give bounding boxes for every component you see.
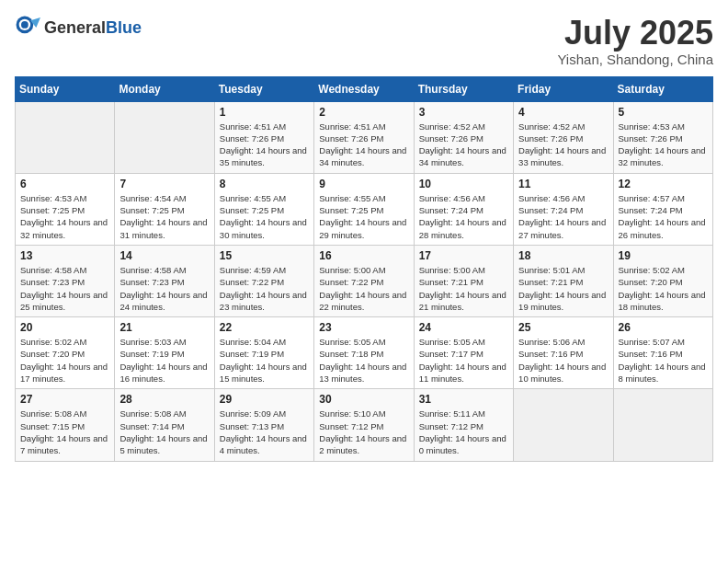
calendar-cell: 5Sunrise: 4:53 AMSunset: 7:26 PMDaylight… xyxy=(613,101,712,173)
day-detail: Sunrise: 4:52 AMSunset: 7:26 PMDaylight:… xyxy=(419,121,508,169)
day-detail: Sunrise: 5:04 AMSunset: 7:19 PMDaylight:… xyxy=(220,336,309,385)
calendar-cell: 2Sunrise: 4:51 AMSunset: 7:26 PMDaylight… xyxy=(314,101,414,173)
weekday-header: Saturday xyxy=(613,76,712,101)
weekday-header: Tuesday xyxy=(214,76,313,101)
calendar-cell: 21Sunrise: 5:03 AMSunset: 7:19 PMDayligh… xyxy=(115,317,214,389)
day-detail: Sunrise: 5:06 AMSunset: 7:16 PMDaylight:… xyxy=(518,336,608,385)
day-detail: Sunrise: 5:03 AMSunset: 7:19 PMDaylight:… xyxy=(119,336,209,385)
day-detail: Sunrise: 4:56 AMSunset: 7:24 PMDaylight:… xyxy=(419,192,508,241)
day-number: 20 xyxy=(20,321,109,334)
weekday-header: Friday xyxy=(514,76,613,101)
calendar-cell: 29Sunrise: 5:09 AMSunset: 7:13 PMDayligh… xyxy=(214,389,313,461)
day-number: 22 xyxy=(220,321,309,334)
day-detail: Sunrise: 5:02 AMSunset: 7:20 PMDaylight:… xyxy=(20,336,109,385)
calendar-week-row: 6Sunrise: 4:53 AMSunset: 7:25 PMDaylight… xyxy=(16,173,713,245)
calendar-cell xyxy=(16,101,115,173)
calendar-cell: 8Sunrise: 4:55 AMSunset: 7:25 PMDaylight… xyxy=(214,173,313,245)
calendar-week-row: 27Sunrise: 5:08 AMSunset: 7:15 PMDayligh… xyxy=(16,389,713,461)
day-number: 11 xyxy=(518,178,608,190)
day-detail: Sunrise: 4:55 AMSunset: 7:25 PMDaylight:… xyxy=(319,192,408,241)
calendar-cell: 22Sunrise: 5:04 AMSunset: 7:19 PMDayligh… xyxy=(214,317,313,389)
day-detail: Sunrise: 4:51 AMSunset: 7:26 PMDaylight:… xyxy=(319,121,408,169)
calendar-header: SundayMondayTuesdayWednesdayThursdayFrid… xyxy=(16,76,713,101)
calendar-cell xyxy=(613,389,712,461)
day-detail: Sunrise: 4:53 AMSunset: 7:26 PMDaylight:… xyxy=(619,121,708,169)
day-number: 27 xyxy=(20,393,109,406)
day-detail: Sunrise: 4:58 AMSunset: 7:23 PMDaylight:… xyxy=(20,264,109,313)
day-number: 7 xyxy=(119,178,209,190)
day-detail: Sunrise: 4:59 AMSunset: 7:22 PMDaylight:… xyxy=(220,264,309,313)
calendar-cell: 30Sunrise: 5:10 AMSunset: 7:12 PMDayligh… xyxy=(314,389,414,461)
day-number: 14 xyxy=(119,249,209,262)
calendar-cell: 13Sunrise: 4:58 AMSunset: 7:23 PMDayligh… xyxy=(16,245,115,316)
calendar-cell: 10Sunrise: 4:56 AMSunset: 7:24 PMDayligh… xyxy=(414,173,513,245)
calendar-cell xyxy=(514,389,613,461)
day-number: 28 xyxy=(119,393,209,406)
logo-icon xyxy=(15,15,40,40)
calendar-cell: 3Sunrise: 4:52 AMSunset: 7:26 PMDaylight… xyxy=(414,101,513,173)
calendar-cell: 18Sunrise: 5:01 AMSunset: 7:21 PMDayligh… xyxy=(514,245,613,316)
day-number: 4 xyxy=(518,106,608,119)
calendar-cell: 19Sunrise: 5:02 AMSunset: 7:20 PMDayligh… xyxy=(613,245,712,316)
calendar-week-row: 1Sunrise: 4:51 AMSunset: 7:26 PMDaylight… xyxy=(16,101,713,173)
calendar-cell: 27Sunrise: 5:08 AMSunset: 7:15 PMDayligh… xyxy=(16,389,115,461)
day-detail: Sunrise: 5:00 AMSunset: 7:22 PMDaylight:… xyxy=(319,264,408,313)
calendar-cell: 25Sunrise: 5:06 AMSunset: 7:16 PMDayligh… xyxy=(514,317,613,389)
day-detail: Sunrise: 4:57 AMSunset: 7:24 PMDaylight:… xyxy=(619,192,708,241)
weekday-row: SundayMondayTuesdayWednesdayThursdayFrid… xyxy=(16,76,713,101)
day-number: 13 xyxy=(20,249,109,262)
day-number: 8 xyxy=(220,178,309,190)
day-detail: Sunrise: 5:05 AMSunset: 7:17 PMDaylight:… xyxy=(419,336,508,385)
day-detail: Sunrise: 4:58 AMSunset: 7:23 PMDaylight:… xyxy=(119,264,209,313)
day-number: 23 xyxy=(319,321,408,334)
logo-text: GeneralBlue xyxy=(44,18,142,38)
calendar-cell: 15Sunrise: 4:59 AMSunset: 7:22 PMDayligh… xyxy=(214,245,313,316)
day-detail: Sunrise: 5:08 AMSunset: 7:14 PMDaylight:… xyxy=(119,408,209,456)
day-number: 3 xyxy=(419,106,508,119)
weekday-header: Wednesday xyxy=(314,76,414,101)
month-title: July 2025 xyxy=(557,15,713,52)
day-number: 9 xyxy=(319,178,408,190)
calendar-cell: 7Sunrise: 4:54 AMSunset: 7:25 PMDaylight… xyxy=(115,173,214,245)
weekday-header: Sunday xyxy=(16,76,115,101)
svg-point-2 xyxy=(21,21,28,29)
day-number: 16 xyxy=(319,249,408,262)
day-detail: Sunrise: 5:10 AMSunset: 7:12 PMDaylight:… xyxy=(319,408,408,456)
day-number: 6 xyxy=(20,178,109,190)
calendar-cell: 1Sunrise: 4:51 AMSunset: 7:26 PMDaylight… xyxy=(214,101,313,173)
logo-blue-text: Blue xyxy=(106,18,142,37)
calendar-week-row: 13Sunrise: 4:58 AMSunset: 7:23 PMDayligh… xyxy=(16,245,713,316)
page-header: GeneralBlue July 2025 Yishan, Shandong, … xyxy=(15,15,713,67)
location-subtitle: Yishan, Shandong, China xyxy=(557,52,713,67)
day-number: 19 xyxy=(619,249,708,262)
calendar-body: 1Sunrise: 4:51 AMSunset: 7:26 PMDaylight… xyxy=(16,101,713,461)
calendar-cell: 26Sunrise: 5:07 AMSunset: 7:16 PMDayligh… xyxy=(613,317,712,389)
day-number: 5 xyxy=(619,106,708,119)
day-detail: Sunrise: 5:05 AMSunset: 7:18 PMDaylight:… xyxy=(319,336,408,385)
day-number: 30 xyxy=(319,393,408,406)
calendar-cell: 12Sunrise: 4:57 AMSunset: 7:24 PMDayligh… xyxy=(613,173,712,245)
day-number: 2 xyxy=(319,106,408,119)
weekday-header: Monday xyxy=(115,76,214,101)
logo: GeneralBlue xyxy=(15,15,142,40)
title-block: July 2025 Yishan, Shandong, China xyxy=(557,15,713,67)
calendar-cell: 28Sunrise: 5:08 AMSunset: 7:14 PMDayligh… xyxy=(115,389,214,461)
day-detail: Sunrise: 5:07 AMSunset: 7:16 PMDaylight:… xyxy=(619,336,708,385)
logo-general: General xyxy=(44,18,106,37)
calendar-cell: 23Sunrise: 5:05 AMSunset: 7:18 PMDayligh… xyxy=(314,317,414,389)
day-number: 17 xyxy=(419,249,508,262)
day-detail: Sunrise: 4:54 AMSunset: 7:25 PMDaylight:… xyxy=(119,192,209,241)
calendar-cell xyxy=(115,101,214,173)
calendar-cell: 4Sunrise: 4:52 AMSunset: 7:26 PMDaylight… xyxy=(514,101,613,173)
day-number: 18 xyxy=(518,249,608,262)
calendar-cell: 17Sunrise: 5:00 AMSunset: 7:21 PMDayligh… xyxy=(414,245,513,316)
day-number: 10 xyxy=(419,178,508,190)
day-detail: Sunrise: 5:09 AMSunset: 7:13 PMDaylight:… xyxy=(220,408,309,456)
calendar-cell: 24Sunrise: 5:05 AMSunset: 7:17 PMDayligh… xyxy=(414,317,513,389)
day-detail: Sunrise: 5:00 AMSunset: 7:21 PMDaylight:… xyxy=(419,264,508,313)
day-detail: Sunrise: 5:08 AMSunset: 7:15 PMDaylight:… xyxy=(20,408,109,456)
day-number: 25 xyxy=(518,321,608,334)
weekday-header: Thursday xyxy=(414,76,513,101)
day-number: 12 xyxy=(619,178,708,190)
day-number: 1 xyxy=(220,106,309,119)
